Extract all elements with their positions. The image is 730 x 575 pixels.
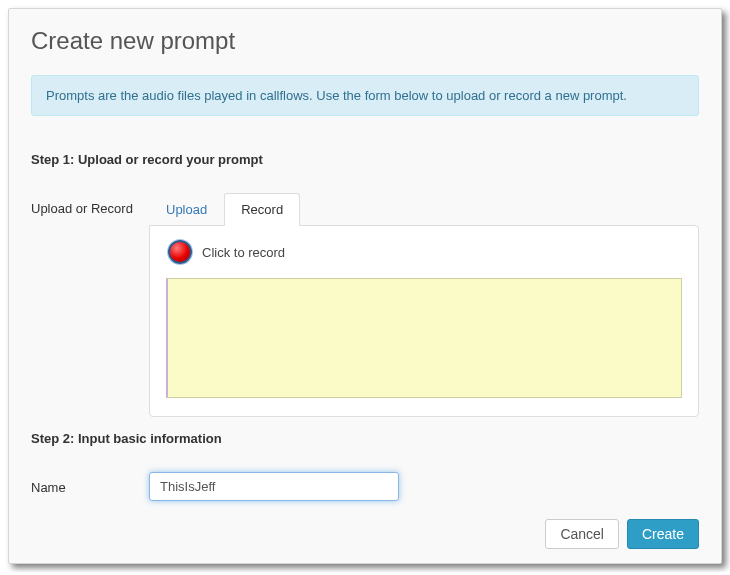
cancel-button[interactable]: Cancel xyxy=(545,519,619,549)
record-button-label: Click to record xyxy=(202,245,285,260)
upload-record-row: Upload or Record Upload Record Click to … xyxy=(31,193,699,417)
upload-record-label: Upload or Record xyxy=(31,193,149,216)
name-label: Name xyxy=(31,472,149,495)
name-content xyxy=(149,472,699,501)
step2-heading: Step 2: Input basic information xyxy=(31,431,699,446)
tab-record[interactable]: Record xyxy=(224,193,300,226)
step1-heading: Step 1: Upload or record your prompt xyxy=(31,152,699,167)
name-row: Name xyxy=(31,472,699,501)
info-alert: Prompts are the audio files played in ca… xyxy=(31,75,699,116)
name-input[interactable] xyxy=(149,472,399,501)
record-control-row: Click to record xyxy=(164,240,684,264)
page-title: Create new prompt xyxy=(31,27,699,55)
tab-upload[interactable]: Upload xyxy=(149,193,224,226)
record-button-icon[interactable] xyxy=(168,240,192,264)
waveform-area[interactable] xyxy=(166,278,682,398)
footer-buttons: Cancel Create xyxy=(31,519,699,549)
record-tab-body: Click to record xyxy=(149,225,699,417)
create-button[interactable]: Create xyxy=(627,519,699,549)
create-prompt-panel: Create new prompt Prompts are the audio … xyxy=(8,8,722,564)
tabs: Upload Record xyxy=(149,193,699,226)
upload-record-content: Upload Record Click to record xyxy=(149,193,699,417)
